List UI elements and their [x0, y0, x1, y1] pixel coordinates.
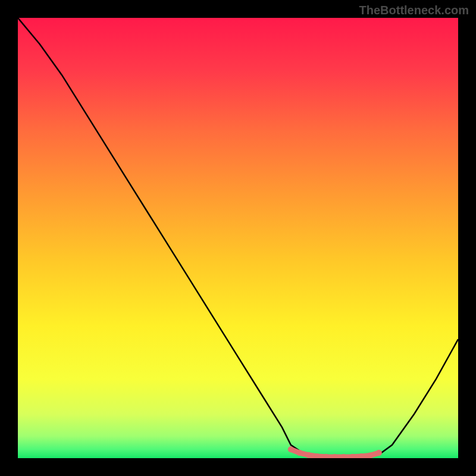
- svg-point-1: [288, 446, 294, 452]
- highlight-dots: [288, 446, 382, 458]
- chart-curve: [18, 18, 458, 458]
- watermark-text: TheBottleneck.com: [359, 4, 469, 17]
- svg-point-11: [376, 450, 382, 456]
- chart-container: [18, 18, 458, 458]
- curve-path: [18, 18, 458, 458]
- svg-point-2: [297, 450, 303, 456]
- svg-point-3: [305, 452, 311, 458]
